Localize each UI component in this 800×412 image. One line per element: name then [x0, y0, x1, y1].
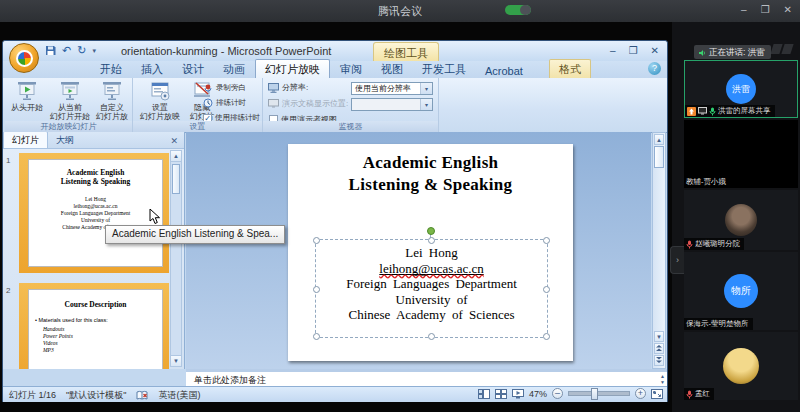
pane-scroll-up-icon[interactable]: ▲ [171, 151, 181, 162]
qat-dropdown-icon[interactable]: ▾ [92, 47, 96, 55]
tab-review[interactable]: 审阅 [331, 60, 371, 78]
avatar [725, 204, 757, 236]
participant-tile[interactable]: 孟红 [684, 332, 798, 400]
maximize-button[interactable]: ❐ [761, 4, 770, 15]
meeting-titlebar: 腾讯会议 – ❐ ✕ [0, 0, 800, 22]
slide-canvas[interactable]: Academic English Listening & Speaking [288, 144, 573, 361]
scroll-down-button[interactable]: ▼ [654, 331, 664, 342]
normal-view-button[interactable] [478, 389, 490, 399]
close-button[interactable]: ✕ [784, 4, 792, 15]
slide2-thumbnail[interactable]: Course Description • Materials used for … [19, 283, 169, 369]
mic-on-icon [709, 107, 716, 116]
chevron-right-icon: › [676, 255, 679, 265]
language-indicator[interactable]: 英语(美国) [158, 389, 200, 402]
template-name: "默认设计模板" [66, 389, 126, 402]
show-on-dropdown: ▾ [351, 98, 433, 111]
resize-handle[interactable] [543, 333, 550, 340]
record-narration-button[interactable]: 录制旁白 [203, 83, 246, 93]
participant-name: 赵曦璐明分院 [695, 239, 740, 249]
screen-share-icon [687, 107, 696, 116]
tab-slideshow[interactable]: 幻灯片放映 [255, 59, 330, 78]
slide-sorter-button[interactable] [495, 389, 507, 399]
tab-animations[interactable]: 动画 [214, 60, 254, 78]
ribbon: 从头开始 从当前 幻灯片开始 自定义 幻灯片放映 ▾ 开始放映幻灯片 设置 幻灯… [3, 78, 667, 133]
help-button[interactable]: ? [648, 62, 661, 75]
slide-title[interactable]: Academic English Listening & Speaking [288, 152, 573, 196]
pane-scrollbar-thumb[interactable] [172, 164, 180, 194]
minimize-button[interactable]: – [741, 4, 747, 15]
redo-button[interactable]: ↻ [77, 44, 86, 57]
spellcheck-icon[interactable] [136, 390, 148, 401]
pane-scroll-down-icon[interactable]: ▼ [171, 355, 181, 366]
resize-handle[interactable] [313, 333, 320, 340]
ppt-close-button[interactable]: ✕ [651, 45, 659, 56]
group-label-monitors: 监视器 [263, 121, 438, 132]
editor-scrollbar-thumb[interactable] [654, 146, 664, 168]
scroll-up-button[interactable]: ▲ [654, 134, 664, 145]
resize-handle[interactable] [543, 237, 550, 244]
rehearse-timings-icon [203, 98, 213, 108]
participant-tile[interactable]: 物所 保海示-莹明楚物所 [684, 252, 798, 330]
participant-tile[interactable]: 洪雷 洪雷的屏幕共享 [684, 60, 798, 118]
tab-insert[interactable]: 插入 [132, 60, 172, 78]
slide1-thumbnail[interactable]: Academic English Listening & Speaking Le… [19, 153, 169, 273]
ppt-minimize-button[interactable]: – [610, 45, 616, 56]
status-bar: 幻灯片 1/16 "默认设计模板" 英语(美国) 47% – + [3, 386, 667, 402]
from-beginning-button[interactable]: 从头开始 [7, 80, 47, 112]
pane-scrollbar[interactable]: ▲ ▼ [170, 150, 182, 367]
rehearse-timings-button[interactable]: 排练计时 [203, 98, 246, 108]
tab-developer[interactable]: 开发工具 [413, 60, 475, 78]
thumb1-title: Academic English Listening & Speaking [29, 168, 162, 186]
resolution-dropdown[interactable]: 使用当前分辨率 ▾ [351, 82, 433, 95]
tab-design[interactable]: 设计 [173, 60, 213, 78]
email-link: leihong@ucas.ac.cn [379, 261, 483, 276]
from-current-slide-button[interactable]: 从当前 幻灯片开始 [49, 80, 91, 121]
tab-acrobat[interactable]: Acrobat [476, 63, 532, 78]
resolution-icon [268, 83, 279, 93]
participant-tile[interactable]: 赵曦璐明分院 [684, 190, 798, 250]
tab-home[interactable]: 开始 [91, 60, 131, 78]
previous-slide-button[interactable] [654, 343, 664, 354]
speaking-banner: 正在讲话: 洪雷 [694, 45, 771, 59]
notes-pane[interactable]: 单击此处添加备注 ▲▼ [186, 369, 667, 386]
dropdown-arrow-icon: ▾ [420, 83, 432, 94]
record-narration-icon [203, 83, 213, 93]
custom-slideshow-icon [101, 80, 123, 102]
group-setup: 设置 幻灯片放映 隐藏 幻灯片 录制旁白 排练计时 ✓ 使用排练计时 [133, 78, 263, 132]
mic-muted-icon [686, 390, 693, 399]
group-monitors: 分辨率: 使用当前分辨率 ▾ 演示文稿显示位置: ▾ 使用演示者视图 监视器 [263, 78, 439, 132]
sidebar-collapse-handle[interactable]: › [670, 246, 684, 274]
ppt-restore-button[interactable]: ❐ [629, 45, 638, 56]
participant-tile[interactable]: 教辅-贾小娥 [684, 120, 798, 188]
resize-handle[interactable] [428, 333, 435, 340]
pane-close-button[interactable]: ✕ [164, 136, 184, 148]
setup-slideshow-icon [149, 80, 171, 102]
ppt-titlebar: ↶ ↻ ▾ orientation-kunming - Microsoft Po… [3, 41, 667, 61]
setup-slideshow-button[interactable]: 设置 幻灯片放映 [137, 80, 183, 121]
office-button[interactable] [9, 43, 39, 73]
zoom-slider[interactable] [568, 391, 630, 396]
tab-view[interactable]: 视图 [372, 60, 412, 78]
save-icon[interactable] [45, 45, 56, 56]
zoom-out-button[interactable]: – [552, 388, 563, 399]
slides-tab[interactable]: 幻灯片 [3, 132, 48, 148]
zoom-in-button[interactable]: + [635, 388, 646, 399]
zoom-slider-thumb[interactable] [591, 388, 598, 400]
quick-access-toolbar: ↶ ↻ ▾ [45, 44, 96, 57]
next-slide-button[interactable] [654, 355, 664, 366]
speaker-icon [698, 49, 706, 57]
slide-body-text[interactable]: Lei Hong leihong@ucas.ac.cn Foreign Lang… [316, 245, 547, 323]
tab-format[interactable]: 格式 [549, 59, 591, 78]
meeting-title: 腾讯会议 [0, 4, 800, 19]
text-box-selection[interactable]: Lei Hong leihong@ucas.ac.cn Foreign Lang… [315, 239, 548, 338]
fit-to-window-button[interactable] [651, 389, 663, 399]
group-label-start-slideshow: 开始放映幻灯片 [5, 121, 132, 132]
editor-scrollbar[interactable]: ▲ ▼ [652, 132, 666, 369]
slideshow-view-button[interactable] [512, 389, 524, 399]
outline-tab[interactable]: 大纲 [48, 132, 82, 148]
rotation-handle[interactable] [427, 227, 435, 235]
undo-button[interactable]: ↶ [62, 44, 71, 57]
resize-handle[interactable] [428, 237, 435, 244]
resize-handle[interactable] [313, 237, 320, 244]
from-beginning-icon [16, 80, 38, 102]
